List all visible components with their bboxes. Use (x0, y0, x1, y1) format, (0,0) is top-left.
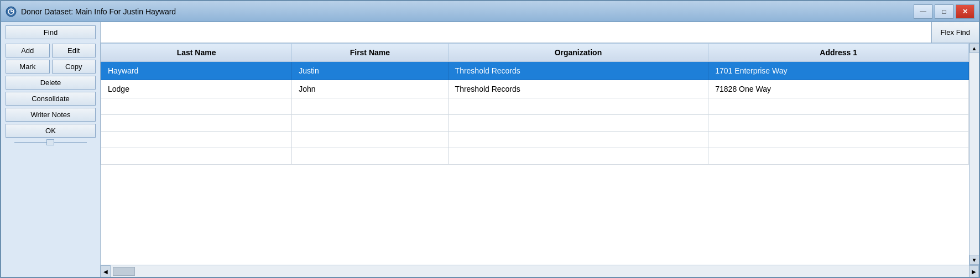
scroll-up-arrow[interactable]: ▲ (969, 43, 979, 53)
minimize-button[interactable]: — (914, 4, 932, 19)
find-button[interactable]: Find (6, 25, 96, 39)
divider (6, 142, 96, 143)
title-bar-left: Donor Dataset: Main Info For Justin Hayw… (6, 6, 176, 17)
col-header-last-name[interactable]: Last Name (101, 44, 292, 62)
table-row-empty (101, 115, 969, 132)
add-button[interactable]: Add (6, 44, 50, 57)
mark-button[interactable]: Mark (6, 60, 50, 74)
database-icon (6, 6, 17, 17)
cell-organization: Threshold Records (448, 62, 708, 80)
writer-notes-button[interactable]: Writer Notes (6, 108, 96, 122)
scroll-track-vertical[interactable] (969, 53, 979, 255)
cell-first_name: John (292, 80, 448, 98)
table-and-scroll: Last Name First Name Organization Addres… (101, 43, 979, 265)
edit-button[interactable]: Edit (52, 44, 96, 57)
main-panel: Flex Find Last Name First Name Organizat… (101, 22, 979, 277)
cell-first_name: Justin (292, 62, 448, 80)
content-area: Find Add Edit Mark Copy Delete Consolida… (1, 22, 979, 277)
copy-button[interactable]: Copy (52, 60, 96, 74)
divider-line (14, 142, 86, 143)
mark-copy-row: Mark Copy (6, 60, 96, 74)
cell-last_name: Hayward (101, 62, 292, 80)
scroll-right-arrow[interactable]: ▶ (969, 265, 979, 277)
table-row-empty (101, 98, 969, 115)
table-wrapper: Last Name First Name Organization Addres… (101, 43, 969, 265)
consolidate-button[interactable]: Consolidate (6, 92, 96, 106)
table-row-empty (101, 148, 969, 165)
cell-last_name: Lodge (101, 80, 292, 98)
cell-organization: Threshold Records (448, 80, 708, 98)
col-header-organization[interactable]: Organization (448, 44, 708, 62)
title-bar: Donor Dataset: Main Info For Justin Hayw… (1, 1, 979, 22)
divider-handle[interactable] (46, 139, 54, 145)
window-title: Donor Dataset: Main Info For Justin Hayw… (21, 7, 176, 16)
find-row: Find (6, 25, 96, 39)
vertical-scrollbar: ▲ ▼ (969, 43, 979, 265)
add-edit-row: Add Edit (6, 44, 96, 57)
col-header-address1[interactable]: Address 1 (708, 44, 969, 62)
scroll-down-arrow[interactable]: ▼ (969, 255, 979, 265)
col-header-first-name[interactable]: First Name (292, 44, 448, 62)
cell-address1: 71828 One Way (708, 80, 969, 98)
table-header-row: Last Name First Name Organization Addres… (101, 44, 969, 62)
table-row[interactable]: LodgeJohnThreshold Records71828 One Way (101, 80, 969, 98)
delete-button[interactable]: Delete (6, 76, 96, 90)
ok-button[interactable]: OK (6, 124, 96, 138)
close-button[interactable]: ✕ (956, 4, 974, 19)
flex-find-button[interactable]: Flex Find (931, 22, 979, 43)
sidebar-full-buttons: Delete Consolidate Writer Notes OK (6, 76, 96, 138)
table-row-empty (101, 132, 969, 148)
main-window: Donor Dataset: Main Info For Justin Hayw… (0, 0, 980, 278)
scroll-left-arrow[interactable]: ◀ (101, 265, 111, 277)
horizontal-scrollbar: ◀ ▶ (101, 265, 979, 277)
scroll-thumb-horizontal[interactable] (113, 267, 135, 276)
search-bar: Flex Find (101, 22, 979, 43)
data-table: Last Name First Name Organization Addres… (101, 43, 969, 165)
cell-address1: 1701 Enterprise Way (708, 62, 969, 80)
maximize-button[interactable]: □ (935, 4, 953, 19)
sidebar: Find Add Edit Mark Copy Delete Consolida… (1, 22, 101, 277)
title-buttons: — □ ✕ (914, 4, 974, 19)
scroll-track-horizontal[interactable] (111, 265, 969, 277)
table-row[interactable]: HaywardJustinThreshold Records1701 Enter… (101, 62, 969, 80)
search-input[interactable] (101, 22, 931, 43)
